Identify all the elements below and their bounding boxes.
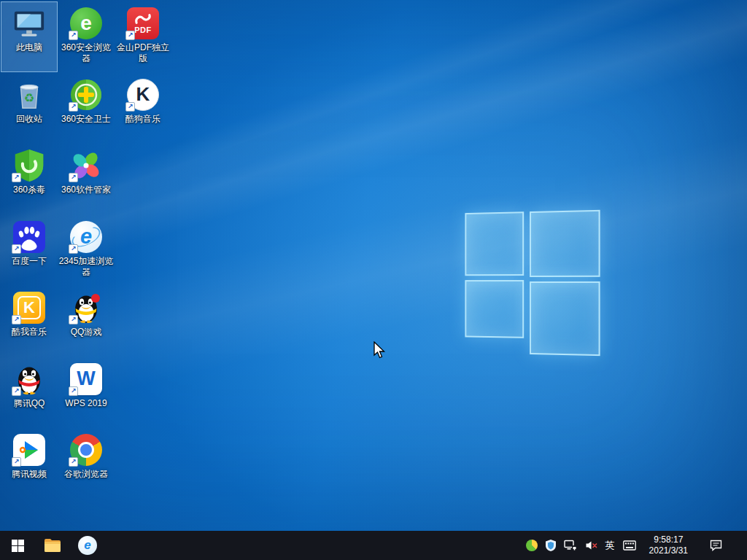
icon-label: 2345加速浏览器 xyxy=(58,256,114,278)
desktop-icon-recycle-bin[interactable]: ♻ 回收站 xyxy=(1,73,58,144)
shortcut-arrow-icon: ↗ xyxy=(69,31,78,40)
desktop-icon-wps-2019[interactable]: W ↗ WPS 2019 xyxy=(58,357,115,428)
wps-2019-icon: W ↗ xyxy=(69,362,104,397)
taskbar-empty-area[interactable] xyxy=(105,531,522,560)
volume-muted-icon[interactable] xyxy=(585,540,597,551)
desktop-icon-360-safety[interactable]: ↗ 360安全卫士 xyxy=(58,73,115,144)
start-button[interactable] xyxy=(0,531,35,560)
shortcut-arrow-icon: ↗ xyxy=(12,315,21,324)
clock-date: 2021/3/31 xyxy=(649,545,688,556)
desktop-icon-360-antivirus[interactable]: ↗ 360杀毒 xyxy=(1,144,58,214)
2345-browser-icon: e ↗ xyxy=(69,219,104,254)
shortcut-arrow-icon: ↗ xyxy=(12,244,21,254)
desktop-icon-2345-browser[interactable]: e ↗ 2345加速浏览器 xyxy=(58,215,115,286)
360-software-manager-icon: ↗ xyxy=(69,148,104,183)
browser-icon: e xyxy=(78,536,97,555)
desktop-icon-kugou-music[interactable]: K ↗ 酷狗音乐 xyxy=(115,73,171,144)
pinned-browser-button[interactable]: e xyxy=(70,531,105,560)
folder-icon xyxy=(44,538,61,553)
chrome-icon: ↗ xyxy=(69,432,104,467)
tray-shield-icon[interactable] xyxy=(546,540,556,551)
windows-start-icon xyxy=(12,540,24,552)
desktop-icon-kuwo-music[interactable]: K ↗ 酷我音乐 xyxy=(1,286,58,357)
desktop-icon-chrome[interactable]: ↗ 谷歌浏览器 xyxy=(58,428,115,499)
kugou-music-icon: K ↗ xyxy=(125,77,160,112)
windows-logo-pane xyxy=(530,281,600,356)
icon-label: 腾讯视频 xyxy=(12,469,47,480)
360-antivirus-icon: ↗ xyxy=(12,148,47,183)
recycle-bin-icon: ♻ xyxy=(12,77,47,112)
windows-logo-pane xyxy=(530,210,600,277)
shortcut-arrow-icon: ↗ xyxy=(12,457,21,467)
icon-label: 谷歌浏览器 xyxy=(64,469,108,480)
icon-label: 腾讯QQ xyxy=(14,398,45,409)
action-center-icon xyxy=(710,540,722,551)
icon-label: QQ游戏 xyxy=(71,327,102,338)
icon-label: 360安全卫士 xyxy=(61,114,111,125)
system-tray: 英 9:58:17 2021/3/31 xyxy=(522,531,747,560)
360-safety-icon: ↗ xyxy=(69,77,104,112)
shortcut-arrow-icon: ↗ xyxy=(69,244,78,254)
icon-label: WPS 2019 xyxy=(65,398,107,409)
desktop-icon-this-pc[interactable]: 此电脑 xyxy=(1,1,58,72)
action-center-button[interactable] xyxy=(701,540,730,551)
desktop-wallpaper[interactable]: 此电脑 ♻ 回收站 xyxy=(0,0,747,531)
shortcut-arrow-icon: ↗ xyxy=(12,173,21,182)
desktop-icon-qq-games[interactable]: ↗ QQ游戏 xyxy=(58,286,115,357)
shortcut-arrow-icon: ↗ xyxy=(125,31,135,40)
this-pc-icon xyxy=(12,6,47,41)
shortcut-arrow-icon: ↗ xyxy=(69,457,78,467)
desktop-icon-tencent-video[interactable]: ↗ 腾讯视频 xyxy=(1,428,58,499)
desktop-icon-tencent-qq[interactable]: ↗ 腾讯QQ xyxy=(1,357,58,428)
clock-time: 9:58:17 xyxy=(649,534,688,545)
desktop-icon-baidu[interactable]: ↗ 百度一下 xyxy=(1,215,58,286)
desktop-icon-kingsoft-pdf[interactable]: PDF ↗ 金山PDF独立版 xyxy=(115,1,171,72)
icon-label: 360安全浏览器 xyxy=(58,42,114,64)
icon-label: 金山PDF独立版 xyxy=(115,42,171,64)
taskbar-clock[interactable]: 9:58:17 2021/3/31 xyxy=(644,534,693,556)
windows-desktop-screen: 此电脑 ♻ 回收站 xyxy=(0,0,747,560)
360-speedball-tray-icon[interactable] xyxy=(526,540,538,551)
network-icon[interactable] xyxy=(564,540,577,551)
ime-language-indicator[interactable]: 英 xyxy=(605,539,615,552)
icon-label: 回收站 xyxy=(16,114,42,125)
shortcut-arrow-icon: ↗ xyxy=(12,386,21,396)
windows-logo xyxy=(465,210,600,357)
file-explorer-button[interactable] xyxy=(35,531,70,560)
windows-logo-pane xyxy=(465,211,524,276)
desktop-icon-grid: 此电脑 ♻ 回收站 xyxy=(1,1,171,499)
icon-label: 百度一下 xyxy=(12,256,47,267)
360-browser-icon: e ↗ xyxy=(69,6,104,41)
shortcut-arrow-icon: ↗ xyxy=(69,386,78,396)
shortcut-arrow-icon: ↗ xyxy=(69,173,78,182)
kingsoft-pdf-icon: PDF ↗ xyxy=(125,6,160,41)
icon-label: 360杀毒 xyxy=(13,184,45,195)
shortcut-arrow-icon: ↗ xyxy=(69,102,78,112)
kuwo-music-icon: K ↗ xyxy=(12,290,47,325)
desktop-icon-360-browser[interactable]: e ↗ 360安全浏览器 xyxy=(58,1,115,72)
icon-label: 酷我音乐 xyxy=(12,327,47,338)
baidu-icon: ↗ xyxy=(12,219,47,254)
icon-label: 360软件管家 xyxy=(61,184,111,195)
icon-label: 酷狗音乐 xyxy=(125,114,160,125)
taskbar: e xyxy=(0,531,747,560)
svg-text:♻: ♻ xyxy=(24,90,35,104)
windows-logo-pane xyxy=(465,280,524,338)
shortcut-arrow-icon: ↗ xyxy=(69,315,78,324)
tencent-qq-icon: ↗ xyxy=(12,362,47,397)
icon-label: 此电脑 xyxy=(16,42,42,53)
shortcut-arrow-icon: ↗ xyxy=(125,102,135,112)
tencent-video-icon: ↗ xyxy=(12,432,47,467)
qq-games-icon: ↗ xyxy=(69,290,104,325)
desktop-icon-360-software[interactable]: ↗ 360软件管家 xyxy=(58,144,115,214)
touch-keyboard-icon[interactable] xyxy=(623,540,636,551)
